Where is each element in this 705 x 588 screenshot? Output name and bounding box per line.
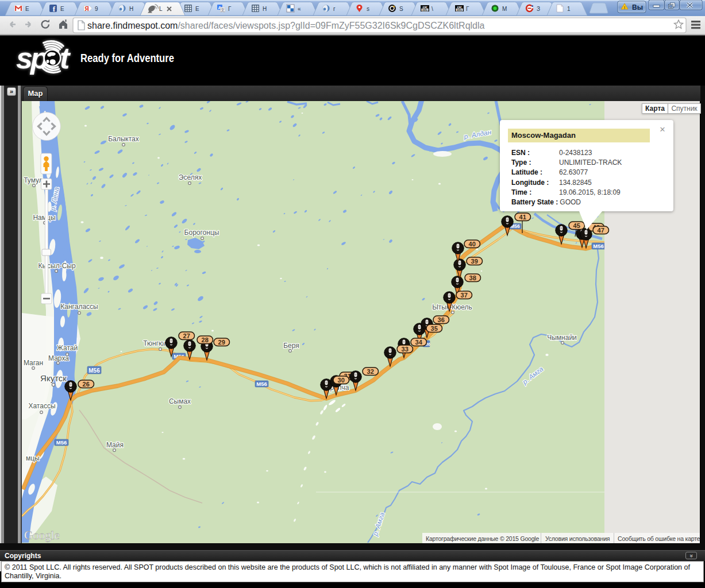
svg-text:Намцы: Намцы <box>33 214 55 222</box>
svg-text:М56: М56 <box>593 243 603 249</box>
svg-text:27: 27 <box>183 332 190 339</box>
svg-text:М56: М56 <box>88 368 100 374</box>
svg-text:г: г <box>333 6 336 12</box>
svg-text:Тумул: Тумул <box>24 176 43 184</box>
svg-text:Хатассы: Хатассы <box>28 402 55 410</box>
svg-text:34: 34 <box>415 339 423 346</box>
svg-text:«: « <box>298 6 301 12</box>
svg-text:Г: Г <box>466 6 469 12</box>
svg-text:37: 37 <box>461 292 468 299</box>
svg-text:!: ! <box>624 5 626 10</box>
svg-text:мцы: мцы <box>26 454 40 462</box>
svg-text:Маган: Маган <box>24 359 43 367</box>
svg-text:М56: М56 <box>56 439 67 446</box>
svg-text:Е: Е <box>25 6 29 12</box>
svg-text:Ready for Adventure: Ready for Adventure <box>80 51 174 64</box>
svg-text:Н: Н <box>129 6 133 12</box>
svg-text:М56: М56 <box>256 381 267 387</box>
svg-text:29: 29 <box>218 339 225 346</box>
svg-text:Е: Е <box>60 6 64 12</box>
svg-text:Е: Е <box>195 6 199 12</box>
svg-text:26: 26 <box>83 381 90 388</box>
svg-text:info: info <box>457 8 462 11</box>
svg-text:Сымах: Сымах <box>169 397 191 405</box>
svg-text:З: З <box>537 6 540 12</box>
svg-text:S: S <box>399 6 403 12</box>
svg-text:Н: Н <box>263 6 267 12</box>
svg-text:ѕ: ѕ <box>367 6 369 12</box>
svg-text:文: 文 <box>221 7 225 12</box>
svg-text:L: L <box>159 6 163 12</box>
svg-text:Якутск: Якутск <box>40 373 67 383</box>
svg-text:info: info <box>422 8 427 11</box>
svg-text:М: М <box>502 6 507 12</box>
svg-text:30: 30 <box>338 377 345 384</box>
svg-text:39: 39 <box>471 258 478 265</box>
svg-text:Борогонцы: Борогонцы <box>184 229 219 237</box>
svg-text:Google: Google <box>24 528 60 542</box>
svg-text:32: 32 <box>367 368 374 375</box>
svg-text:Я: Я <box>84 6 88 12</box>
svg-text:Балыктах: Балыктах <box>108 135 139 143</box>
svg-text:f: f <box>53 5 56 13</box>
svg-text:35: 35 <box>431 325 438 332</box>
svg-text:Чымнайи: Чымнайи <box>547 334 577 342</box>
svg-text:1: 1 <box>567 6 571 12</box>
svg-text:Беря: Беря <box>283 342 299 350</box>
svg-text:9: 9 <box>95 6 98 12</box>
svg-text:Эселях: Эселях <box>179 173 202 181</box>
svg-text:Жатай: Жатай <box>57 344 78 352</box>
svg-text:Кысыл-Сыр: Кысыл-Сыр <box>38 262 76 270</box>
svg-text:Кангалассы: Кангалассы <box>60 303 98 311</box>
svg-text:Марха: Марха <box>48 354 69 362</box>
svg-text:\: \ <box>432 6 433 12</box>
svg-text:38: 38 <box>469 274 476 281</box>
svg-text:Вы: Вы <box>632 3 643 11</box>
svg-text:28: 28 <box>202 336 209 343</box>
svg-text:Ытык-Кюель: Ытык-Кюель <box>432 303 472 311</box>
svg-text:share.findmespot.com/shared/fa: share.findmespot.com/shared/faces/viewsp… <box>87 21 485 30</box>
svg-text:41: 41 <box>519 214 526 220</box>
svg-text:36: 36 <box>438 316 445 323</box>
svg-text:40: 40 <box>469 241 476 247</box>
svg-text:Майя: Майя <box>106 441 124 449</box>
svg-text:Г: Г <box>228 6 232 12</box>
svg-text:33: 33 <box>402 346 409 353</box>
